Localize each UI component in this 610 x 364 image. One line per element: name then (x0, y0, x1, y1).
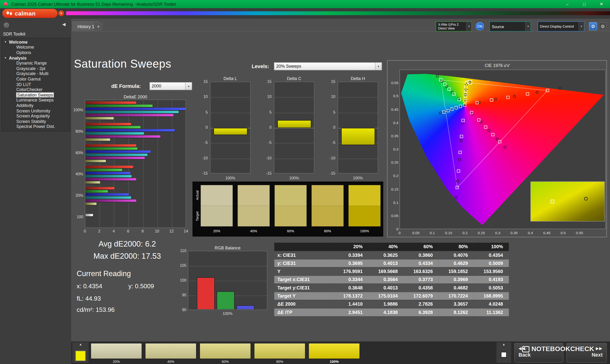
close-button[interactable]: ✕ (593, 0, 610, 8)
sidebar-item-screen-uniformity[interactable]: Screen Uniformity (2, 108, 70, 113)
bar-red (86, 123, 131, 125)
title-bar: Calman 2025 Calman Ultimate for Business… (0, 0, 610, 8)
measured-point (451, 91, 454, 94)
source-dropdown[interactable]: Source ▼ (489, 21, 531, 31)
workflow-menu-icon[interactable] (4, 23, 9, 28)
eject-icon[interactable]: ▲ (72, 343, 89, 346)
sidebar-item-spectral-power-dist[interactable]: Spectral Power Dist. (2, 124, 70, 129)
settings-button-secondary[interactable]: ⚙ (599, 22, 607, 30)
bar-red (86, 102, 136, 104)
gridline (188, 266, 267, 267)
cell-value: 168.8995 (474, 292, 509, 300)
sidebar-item-grayscale-2pt[interactable]: Grayscale - 2pt (2, 66, 70, 71)
x-axis-tick-label: 8 (138, 229, 147, 234)
x-axis-tick-label: 12 (167, 229, 176, 234)
level-button-label: 60% (200, 360, 251, 364)
sidebar-item-screen-angularity[interactable]: Screen Angularity (2, 113, 70, 119)
swatch-80 (311, 185, 344, 227)
cell-value: 0.3860 (404, 251, 439, 259)
meter-read-count-badge: 236 (476, 22, 484, 30)
sidebar-item-label: Screen Angularity (16, 114, 50, 118)
actual-swatch (275, 185, 307, 206)
gridline (274, 143, 314, 144)
logo-menu-button[interactable]: ▼ (58, 11, 64, 16)
chevron-down-icon: ▼ (580, 25, 583, 28)
delta-l-chart: Delta L151050-5-10-15100% (197, 76, 250, 183)
sidebar-item-color-gamut[interactable]: Color Gamut (2, 76, 70, 81)
x-axis-tick-label: 0.1 (427, 231, 438, 235)
maximize-button[interactable]: □ (576, 0, 593, 8)
back-button[interactable]: ◀◀ Back (514, 343, 563, 363)
bar-blue (86, 151, 150, 153)
display-control-dropdown[interactable]: Direct Display Control ▼ (538, 21, 584, 31)
delta-bar (277, 120, 311, 128)
level-button-20[interactable] (91, 343, 142, 359)
x-axis-tick-label: 0.25 (476, 231, 487, 235)
cell-value: 0.3648 (333, 284, 368, 292)
cell-value: 1.4410 (333, 300, 368, 308)
row-label: Target x:CIE31 (274, 275, 333, 284)
source-dropdown-arrow[interactable]: ▼ (525, 22, 531, 31)
x-axis-tick-label: 4 (109, 229, 118, 234)
actual-swatch (201, 185, 233, 206)
cell-value: 11.1362 (474, 308, 509, 316)
tree-section-welcome[interactable]: ▾Welcome (2, 39, 70, 45)
table-row-target-y: Target Y178.1372175.0104172.6079170.7224… (274, 292, 509, 300)
next-button[interactable]: ▶▶ Next (566, 343, 607, 363)
table-row-y-cie31: y: CIE310.36950.40130.43340.46290.5009 (274, 259, 509, 267)
bar-red (86, 144, 136, 147)
sidebar-item-dynamic-range[interactable]: Dynamic Range (2, 61, 70, 66)
de-formula-select[interactable]: 2000 ▼ (149, 82, 192, 90)
calman-logo[interactable]: calman (2, 9, 58, 18)
sidebar-item-colorchecker[interactable]: ColorChecker (2, 87, 70, 92)
actual-swatch (349, 185, 380, 206)
delta-h-chart: Delta H151050-5-10-15100% (324, 76, 378, 183)
chart-title: Delta L (210, 76, 251, 81)
bar-yellow (86, 160, 106, 162)
y-axis-group-label: 100 (69, 215, 83, 219)
level-button-80[interactable] (254, 343, 305, 359)
sidebar-item-options[interactable]: Options (2, 50, 70, 55)
sidebar-item-additivity[interactable]: Additivity (2, 103, 70, 108)
sidebar-item-screen-stability[interactable]: Screen Stability (2, 119, 70, 124)
y-axis-tick-label: 0.05 (388, 213, 398, 218)
next-arrows-icon: ▶▶ (567, 343, 607, 351)
y-axis-tick-label: 0.15 (388, 187, 398, 191)
meter-dropdown-arrow[interactable]: ▼ (466, 22, 472, 31)
level-button-60[interactable] (200, 343, 251, 359)
level-button-100[interactable] (309, 343, 360, 359)
sidebar-item-grayscale-multi[interactable]: Grayscale - Multi (2, 71, 70, 76)
minimize-button[interactable]: – (558, 0, 576, 8)
test-pattern-window-icon[interactable] (501, 351, 507, 358)
collapse-arrow-icon: ◀ (62, 22, 65, 26)
bar-blue (86, 129, 175, 131)
sidebar-item-welcome[interactable]: Welcome (2, 45, 70, 50)
settings-button-primary[interactable]: ⚙ (589, 22, 597, 30)
eject-icon[interactable]: ▲ (496, 343, 511, 346)
tree-section-analysis[interactable]: ▾Analysis (2, 55, 70, 60)
cell-value: 0.4334 (404, 259, 439, 267)
sidebar-item-saturation-sweeps[interactable]: Saturation Sweeps (2, 92, 70, 97)
sidebar-item-3d-lut[interactable]: 3D LUT (2, 81, 70, 87)
x-axis-tick-label: 0 (394, 231, 405, 235)
cell-value: 0.3625 (368, 251, 403, 259)
level-button-40[interactable] (145, 343, 196, 359)
measured-point (465, 83, 467, 86)
sidebar-item-luminance-sweeps[interactable]: Luminance Sweeps (2, 97, 70, 103)
table-row-y: Y176.9591169.5668163.6326159.1852153.956… (274, 267, 509, 275)
target-swatch (201, 206, 233, 227)
target-swatch (275, 206, 307, 227)
deltae-plot-area (85, 100, 186, 228)
display-control-dropdown-arrow[interactable]: ▼ (579, 22, 584, 31)
levels-select[interactable]: 20% Sweeps ▼ (274, 62, 382, 70)
y-axis-tick-label: 95 (175, 293, 186, 297)
avg-de2000: Avg dE2000: 6.2 (72, 240, 182, 249)
gridline (129, 100, 129, 228)
meter-dropdown[interactable]: X-Rite i1Pro 2 Direct View ▼ (436, 21, 472, 31)
y-axis-group-label: 80% (69, 129, 83, 133)
saturation-data-table: 20%40%60%80%100% x: CIE310.33940.36250.3… (274, 243, 509, 316)
swatch-level-label: 100% (348, 229, 381, 233)
add-tab-button[interactable]: + (94, 22, 103, 31)
sidebar-collapse-button[interactable]: ◀ (62, 22, 65, 27)
y-axis-tick-label: 10 (261, 95, 272, 99)
